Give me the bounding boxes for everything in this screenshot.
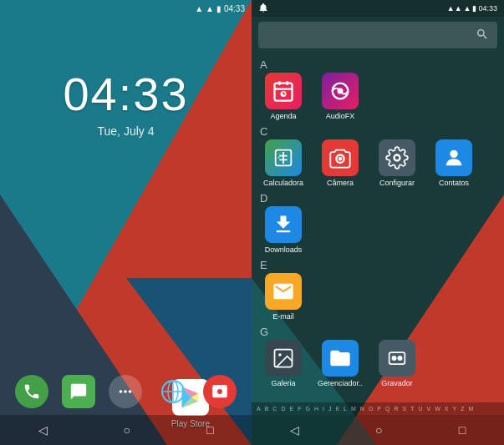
alpha-j[interactable]: J	[327, 405, 333, 412]
right-back-button[interactable]: ◁	[290, 423, 299, 437]
alpha-y[interactable]: Y	[451, 405, 458, 412]
left-nav-bar: ◁ ○ □	[0, 415, 252, 445]
svg-point-34	[398, 356, 403, 361]
alpha-k[interactable]: K	[333, 405, 341, 412]
app-audiofx[interactable]: AudioFX	[315, 73, 365, 120]
files-icon	[322, 340, 359, 377]
alpha-z[interactable]: Z	[459, 405, 466, 412]
right-status-icons: ▲▲ ▲ ▮ 04:33	[447, 4, 497, 13]
time-display: 04:33	[224, 4, 245, 13]
alpha-m[interactable]: M	[349, 405, 358, 412]
svg-point-31	[278, 353, 282, 357]
app-downloads[interactable]: Downloads	[258, 206, 308, 254]
alpha-r[interactable]: R	[392, 405, 400, 412]
svg-point-4	[120, 390, 123, 393]
audiofx-icon	[322, 73, 359, 109]
recents-button[interactable]: □	[206, 423, 213, 437]
right-nav-bar: ◁ ○ □	[252, 415, 504, 445]
recorder-label: Gravador	[381, 379, 413, 387]
section-e: E	[260, 259, 496, 271]
svg-point-28	[395, 155, 400, 161]
back-button[interactable]: ◁	[38, 423, 48, 437]
alpha-a[interactable]: A	[255, 405, 262, 412]
section-g: G	[260, 326, 496, 338]
alpha-s[interactable]: S	[401, 405, 409, 412]
lock-date: Tue, July 4	[0, 124, 252, 138]
apps-dock-icon[interactable]	[109, 375, 142, 408]
alphabet-bar[interactable]: A B C D E F G H I J K L M N O P Q R S T …	[252, 402, 504, 415]
gallery-icon	[265, 340, 302, 377]
section-c: C	[260, 125, 496, 138]
section-d: D	[260, 192, 496, 205]
phone-dock-icon[interactable]	[15, 375, 48, 408]
alpha-n[interactable]: N	[359, 405, 366, 412]
messaging-dock-icon[interactable]	[62, 375, 95, 408]
alpha-v[interactable]: V	[425, 405, 433, 412]
contacts-label: Contatos	[439, 179, 469, 187]
app-configurar[interactable]: Configurar	[372, 139, 422, 187]
alpha-t[interactable]: T	[409, 405, 415, 412]
right-recents-button[interactable]: □	[459, 423, 466, 437]
svg-text:+: +	[277, 154, 281, 159]
home-button[interactable]: ○	[124, 423, 130, 437]
left-dock	[0, 375, 252, 408]
browser-dock-icon[interactable]	[156, 375, 190, 408]
search-bar[interactable]	[258, 22, 497, 48]
lock-screen: ▲ ▲ ▮ 04:33 04:33 Tue, July 4 Play Store	[0, 0, 252, 445]
svg-point-6	[129, 390, 132, 393]
wifi-icon: ▲	[206, 4, 214, 13]
alpha-o[interactable]: O	[367, 405, 374, 412]
app-row-g: Galeria Gerenciador..	[258, 340, 497, 387]
app-camera[interactable]: Câmera	[315, 139, 365, 187]
recorder-icon	[379, 340, 415, 377]
downloads-icon	[265, 206, 302, 243]
alpha-b[interactable]: B	[263, 405, 271, 412]
alpha-c[interactable]: C	[271, 405, 278, 412]
app-gerenciador[interactable]: Gerenciador..	[315, 340, 365, 387]
config-icon	[379, 139, 415, 176]
app-contatos[interactable]: Contatos	[429, 139, 479, 187]
app-agenda[interactable]: Agenda	[258, 73, 308, 120]
left-status-bar: ▲ ▲ ▮ 04:33	[0, 0, 252, 17]
battery-icon: ▮	[216, 4, 221, 13]
files-label: Gerenciador..	[318, 379, 363, 387]
svg-point-29	[450, 150, 457, 158]
signal-right-icon: ▲▲	[447, 4, 462, 13]
alpha-p[interactable]: P	[375, 405, 383, 412]
app-drawer: ▲▲ ▲ ▮ 04:33 A	[252, 0, 504, 445]
alpha-l[interactable]: L	[342, 405, 349, 412]
app-calculadora[interactable]: − + Calculadora	[258, 139, 308, 187]
alpha-x[interactable]: X	[443, 405, 451, 412]
battery-right-icon: ▮	[472, 4, 476, 13]
app-gravador[interactable]: Gravador	[372, 340, 422, 387]
app-galeria[interactable]: Galeria	[258, 340, 308, 387]
alpha-h[interactable]: H	[313, 405, 320, 412]
agenda-icon	[265, 73, 302, 109]
app-row-d: Downloads	[258, 206, 497, 254]
gallery-label: Galeria	[271, 379, 295, 387]
alpha-d[interactable]: D	[279, 405, 287, 412]
lock-content: 04:33 Tue, July 4	[0, 67, 252, 138]
email-icon	[265, 273, 302, 310]
alpha-f[interactable]: F	[296, 405, 303, 412]
camera-icon	[322, 139, 359, 176]
alpha-e[interactable]: E	[288, 405, 295, 412]
notification-icon	[258, 3, 268, 14]
section-a: A	[260, 58, 496, 71]
right-home-button[interactable]: ○	[375, 423, 382, 437]
time-right: 04:33	[478, 4, 497, 13]
camera-dock-icon[interactable]	[203, 375, 237, 408]
alpha-g[interactable]: G	[303, 405, 311, 412]
alpha-q[interactable]: Q	[384, 405, 391, 412]
search-icon	[476, 28, 489, 43]
alpha-u[interactable]: U	[416, 405, 424, 412]
svg-point-5	[125, 390, 128, 393]
alpha-i[interactable]: I	[321, 405, 326, 412]
search-input[interactable]	[267, 29, 476, 42]
downloads-label: Downloads	[265, 245, 303, 254]
calc-label: Calculadora	[263, 179, 303, 187]
svg-point-27	[339, 157, 343, 161]
alpha-w[interactable]: W	[433, 405, 442, 412]
status-icons: ▲ ▲ ▮ 04:33	[195, 4, 245, 13]
app-email[interactable]: E-mail	[258, 273, 308, 321]
